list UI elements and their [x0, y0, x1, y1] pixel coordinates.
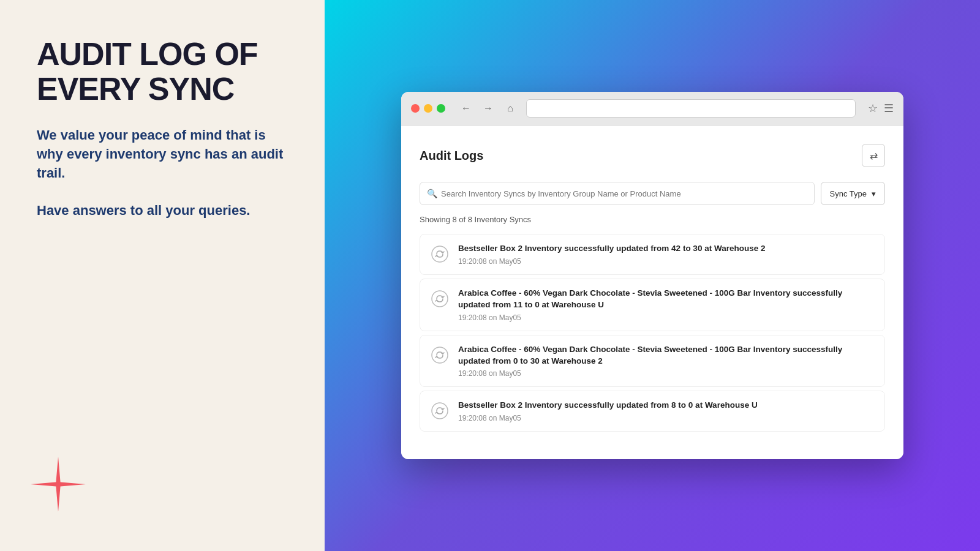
audit-logs-header: Audit Logs ⇄ — [420, 144, 885, 167]
log-details: Bestseller Box 2 Inventory successfully … — [458, 400, 875, 422]
main-title: Audit log of Every Sync — [37, 37, 294, 107]
refresh-button[interactable]: ⇄ — [862, 144, 885, 167]
browser-actions: ☆ ☰ — [868, 102, 894, 115]
nav-forward-button[interactable]: → — [480, 100, 497, 117]
browser-titlebar: ← → ⌂ ☆ ☰ — [401, 92, 903, 126]
search-filter-row: 🔍 Sync Type ▾ — [420, 182, 885, 205]
log-message: Bestseller Box 2 Inventory successfully … — [458, 400, 875, 411]
chevron-down-icon: ▾ — [872, 189, 876, 198]
log-sync-icon — [430, 401, 450, 421]
log-details: Arabica Coffee - 60% Vegan Dark Chocolat… — [458, 288, 875, 322]
sub-text-2: Have answers to all your queries. — [37, 201, 294, 220]
traffic-light-yellow[interactable] — [424, 104, 432, 113]
nav-back-button[interactable]: ← — [458, 100, 475, 117]
log-message: Arabica Coffee - 60% Vegan Dark Chocolat… — [458, 288, 875, 311]
log-timestamp: 19:20:08 on May05 — [458, 313, 875, 322]
star-decoration — [31, 457, 86, 514]
log-timestamp: 19:20:08 on May05 — [458, 257, 875, 266]
log-timestamp: 19:20:08 on May05 — [458, 414, 875, 422]
traffic-light-green[interactable] — [437, 104, 445, 113]
log-timestamp: 19:20:08 on May05 — [458, 369, 875, 378]
sub-texts: We value your peace of mind that is why … — [37, 126, 294, 220]
sync-type-label: Sync Type — [830, 189, 867, 198]
log-list: Bestseller Box 2 Inventory successfully … — [420, 234, 885, 432]
left-content: Audit log of Every Sync We value your pe… — [37, 37, 294, 220]
sub-text-1: We value your peace of mind that is why … — [37, 126, 294, 182]
sync-type-dropdown[interactable]: Sync Type ▾ — [821, 182, 885, 205]
log-sync-icon — [430, 345, 450, 365]
log-message: Bestseller Box 2 Inventory successfully … — [458, 243, 875, 255]
right-panel: ← → ⌂ ☆ ☰ Audit Logs ⇄ 🔍 — [325, 0, 980, 551]
search-container: 🔍 — [420, 182, 815, 205]
address-bar[interactable] — [526, 99, 856, 118]
traffic-light-red[interactable] — [411, 104, 420, 113]
log-message: Arabica Coffee - 60% Vegan Dark Chocolat… — [458, 344, 875, 367]
log-sync-icon — [430, 289, 450, 309]
log-item: Bestseller Box 2 Inventory successfully … — [420, 234, 885, 275]
log-item: Arabica Coffee - 60% Vegan Dark Chocolat… — [420, 279, 885, 331]
log-item: Arabica Coffee - 60% Vegan Dark Chocolat… — [420, 335, 885, 388]
showing-count-text: Showing 8 of 8 Inventory Syncs — [420, 215, 885, 224]
bookmark-icon[interactable]: ☆ — [868, 102, 878, 115]
search-input[interactable] — [420, 182, 815, 205]
star-icon — [31, 457, 86, 512]
browser-content: Audit Logs ⇄ 🔍 Sync Type ▾ Showing 8 of … — [401, 126, 903, 459]
search-icon: 🔍 — [427, 189, 437, 198]
log-details: Bestseller Box 2 Inventory successfully … — [458, 243, 875, 266]
traffic-lights — [411, 104, 445, 113]
svg-point-0 — [432, 246, 448, 262]
browser-window: ← → ⌂ ☆ ☰ Audit Logs ⇄ 🔍 — [401, 92, 903, 459]
log-details: Arabica Coffee - 60% Vegan Dark Chocolat… — [458, 344, 875, 378]
browser-nav: ← → ⌂ — [458, 100, 519, 117]
menu-icon[interactable]: ☰ — [884, 102, 894, 115]
log-item: Bestseller Box 2 Inventory successfully … — [420, 391, 885, 432]
nav-home-button[interactable]: ⌂ — [502, 100, 519, 117]
log-sync-icon — [430, 244, 450, 264]
audit-logs-title: Audit Logs — [420, 149, 483, 163]
svg-point-1 — [432, 291, 448, 307]
svg-point-2 — [432, 347, 448, 363]
left-panel: Audit log of Every Sync We value your pe… — [0, 0, 325, 551]
svg-point-3 — [432, 403, 448, 419]
